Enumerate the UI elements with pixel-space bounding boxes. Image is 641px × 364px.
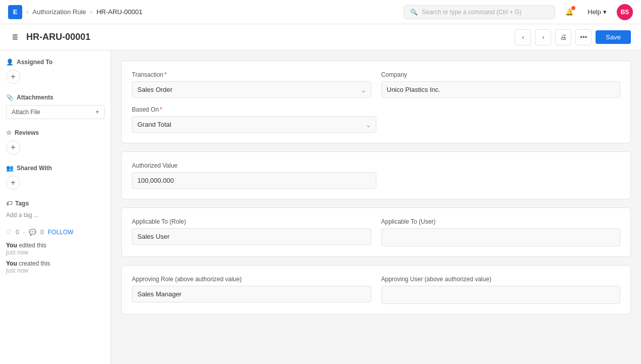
based-on-required: *	[160, 106, 162, 113]
save-button[interactable]: Save	[596, 30, 631, 44]
authorized-value-group: Authorized Value	[132, 162, 376, 189]
print-icon: 🖨	[560, 33, 567, 41]
assigned-to-label: Assigned To	[17, 59, 53, 66]
add-review-button[interactable]: +	[6, 140, 20, 154]
applicable-user-input[interactable]	[381, 228, 621, 246]
activity-actor-1: You	[6, 260, 17, 267]
breadcrumb-current: HR-ARU-00001	[96, 8, 142, 16]
page-header: ☰ HR-ARU-00001 ‹ › 🖨 ••• Save	[0, 24, 641, 50]
breadcrumb: E › Authorization Rule › HR-ARU-00001	[8, 5, 142, 19]
print-button[interactable]: 🖨	[555, 29, 571, 45]
company-group: Company	[381, 71, 621, 98]
notification-button[interactable]: 🔔	[561, 4, 577, 20]
approving-user-label: Approving User (above authorized value)	[381, 276, 621, 283]
approving-user-input[interactable]	[381, 286, 621, 304]
previous-button[interactable]: ‹	[515, 29, 531, 45]
tag-icon: 🏷	[6, 200, 12, 207]
help-label: Help	[587, 8, 601, 16]
transaction-select[interactable]: Sales Order Purchase Order Expense Claim	[132, 81, 371, 98]
applicable-row: Applicable To (Role) Applicable To (User…	[132, 218, 620, 246]
search-bar[interactable]: 🔍 Search or type a command (Ctrl + G)	[404, 5, 555, 19]
breadcrumb-authorization-rule[interactable]: Authorization Rule	[32, 8, 86, 16]
likes-count: 0	[16, 229, 19, 236]
approving-row: Approving Role (above authorized value) …	[132, 276, 620, 304]
dot-sep: ·	[23, 229, 25, 236]
hamburger-button[interactable]: ☰	[10, 31, 20, 43]
follow-button[interactable]: FOLLOW	[48, 229, 74, 236]
applicable-user-group: Applicable To (User)	[381, 218, 621, 246]
company-label: Company	[381, 71, 621, 78]
notification-dot	[571, 6, 575, 10]
attachments-section: 📎 Attachments Attach File +	[6, 94, 105, 119]
main-content: Transaction* Sales Order Purchase Order …	[111, 50, 641, 364]
based-on-select-wrapper: Grand Total Net Total Item Quantity	[132, 116, 376, 133]
user-icon: 👤	[6, 59, 14, 66]
breadcrumb-sep-1: ›	[26, 8, 28, 16]
activity-log: You edited this just now You created thi…	[6, 242, 105, 274]
reviews-title: ☆ Reviews	[6, 129, 105, 136]
page-title: HR-ARU-00001	[26, 32, 90, 42]
tags-label: Tags	[15, 200, 29, 207]
approving-card: Approving Role (above authorized value) …	[121, 265, 631, 315]
transaction-group: Transaction* Sales Order Purchase Order …	[132, 71, 371, 98]
add-tag-text[interactable]: Add a tag ...	[6, 212, 39, 219]
approving-role-input[interactable]	[132, 286, 371, 302]
shared-with-section: 👥 Shared With +	[6, 165, 105, 190]
authorized-value-label: Authorized Value	[132, 162, 376, 169]
heart-icon: ♡	[6, 229, 12, 236]
assigned-to-section: 👤 Assigned To +	[6, 59, 105, 84]
applicable-role-input[interactable]	[132, 228, 371, 245]
topnav-right: 🔍 Search or type a command (Ctrl + G) 🔔 …	[404, 4, 633, 20]
star-icon: ☆	[6, 129, 12, 136]
main-layout: 👤 Assigned To + 📎 Attachments Attach Fil…	[0, 50, 641, 364]
tags-section: 🏷 Tags Add a tag ...	[6, 200, 105, 219]
menu-icon: ☰	[12, 33, 18, 41]
ellipsis-icon: •••	[580, 33, 587, 41]
sidebar: 👤 Assigned To + 📎 Attachments Attach Fil…	[0, 50, 111, 364]
transaction-select-wrapper: Sales Order Purchase Order Expense Claim	[132, 81, 371, 98]
company-input[interactable]	[381, 81, 621, 98]
applicable-role-group: Applicable To (Role)	[132, 218, 371, 246]
activity-action-0: edited this	[19, 242, 46, 249]
app-icon: E	[8, 5, 22, 19]
transaction-row: Transaction* Sales Order Purchase Order …	[132, 71, 620, 98]
search-placeholder: Search or type a command (Ctrl + G)	[422, 9, 521, 16]
share-icon: 👥	[6, 165, 14, 172]
reviews-label: Reviews	[15, 129, 39, 136]
activity-time-0: just now	[6, 249, 28, 256]
attach-plus-icon: +	[95, 109, 99, 116]
reviews-section: ☆ Reviews +	[6, 129, 105, 154]
shared-with-label: Shared With	[17, 165, 52, 172]
chevron-right-icon: ›	[542, 33, 544, 41]
next-button[interactable]: ›	[535, 29, 551, 45]
comment-icon: 💬	[29, 229, 36, 236]
chevron-down-icon: ▾	[603, 8, 607, 16]
activity-actor-0: You	[6, 242, 17, 249]
add-shared-button[interactable]: +	[6, 176, 20, 190]
activity-item-1: You created this just now	[6, 260, 105, 274]
approving-role-label: Approving Role (above authorized value)	[132, 276, 371, 283]
approving-role-group: Approving Role (above authorized value)	[132, 276, 371, 304]
applicable-role-label: Applicable To (Role)	[132, 218, 371, 225]
activity-action-1: created this	[19, 260, 50, 267]
attachments-title: 📎 Attachments	[6, 94, 105, 101]
paperclip-icon: 📎	[6, 94, 14, 101]
comments-count: 0	[40, 229, 44, 236]
attach-file-button[interactable]: Attach File +	[6, 105, 105, 119]
help-button[interactable]: Help ▾	[583, 6, 611, 18]
transaction-label: Transaction*	[132, 71, 371, 78]
attach-file-label: Attach File	[12, 109, 40, 116]
shared-with-title: 👥 Shared With	[6, 165, 105, 172]
based-on-row: Based On* Grand Total Net Total Item Qua…	[132, 106, 620, 133]
based-on-group: Based On* Grand Total Net Total Item Qua…	[132, 106, 376, 133]
assigned-to-title: 👤 Assigned To	[6, 59, 105, 66]
more-options-button[interactable]: •••	[575, 29, 591, 45]
authorized-value-row: Authorized Value	[132, 162, 620, 189]
approving-user-group: Approving User (above authorized value)	[381, 276, 621, 304]
attachments-label: Attachments	[17, 94, 54, 101]
page-header-right: ‹ › 🖨 ••• Save	[515, 29, 631, 45]
applicable-user-label: Applicable To (User)	[381, 218, 621, 225]
authorized-value-input[interactable]	[132, 172, 376, 189]
add-assignee-button[interactable]: +	[6, 70, 20, 84]
based-on-select[interactable]: Grand Total Net Total Item Quantity	[132, 116, 376, 133]
